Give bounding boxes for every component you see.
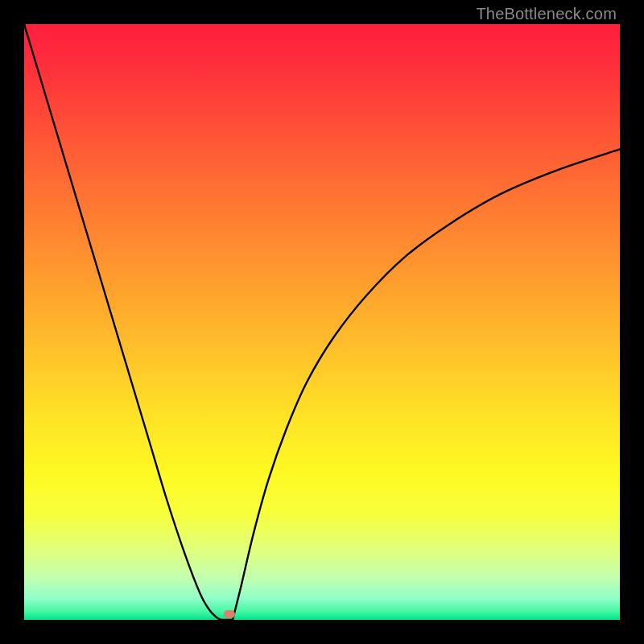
- valley-marker: [224, 610, 235, 618]
- chart-curve: [24, 24, 620, 620]
- chart-frame: TheBottleneck.com: [0, 0, 644, 644]
- watermark-text: TheBottleneck.com: [476, 5, 617, 23]
- chart-plot-area: [24, 24, 620, 620]
